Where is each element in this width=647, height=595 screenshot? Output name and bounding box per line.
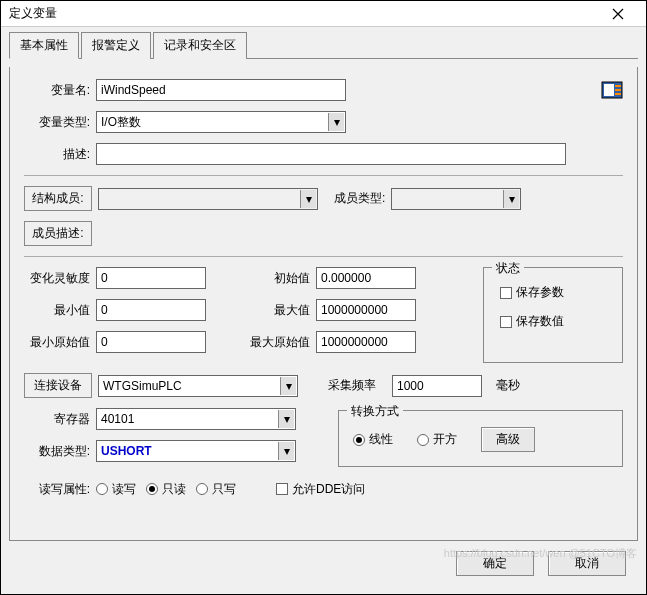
label-minraw: 最小原始值 <box>24 334 96 351</box>
check-saveparam-label: 保存参数 <box>516 284 564 301</box>
label-maxraw: 最大原始值 <box>236 334 316 351</box>
group-convmethod-title: 转换方式 <box>347 403 403 420</box>
svg-rect-2 <box>615 85 621 87</box>
label-conndevice[interactable]: 连接设备 <box>24 373 92 398</box>
btn-advanced[interactable]: 高级 <box>481 427 535 452</box>
radio-icon <box>146 483 158 495</box>
group-status-title: 状态 <box>492 260 524 277</box>
label-samplerate: 采集频率 <box>328 377 382 394</box>
combo-conndevice-value: WTGSimuPLC <box>103 379 182 393</box>
label-memberdesc: 成员描述: <box>24 221 92 246</box>
combo-membertype[interactable]: ▾ <box>391 188 521 210</box>
input-desc[interactable] <box>96 143 566 165</box>
label-structmember: 结构成员: <box>24 186 92 211</box>
radio-icon <box>96 483 108 495</box>
tab-panel-basic: 变量名: 变量类型: I/O整数 ▾ 描述: 结构成员: <box>9 67 638 541</box>
close-icon <box>612 8 624 20</box>
input-sensitivity[interactable] <box>96 267 206 289</box>
radio-wo-label: 只写 <box>212 481 236 498</box>
label-desc: 描述: <box>24 146 96 163</box>
label-varname: 变量名: <box>24 82 96 99</box>
chevron-down-icon: ▾ <box>278 442 294 460</box>
window-title: 定义变量 <box>9 5 598 22</box>
radio-rw[interactable]: 读写 <box>96 481 136 498</box>
combo-datatype[interactable]: USHORT ▾ <box>96 440 296 462</box>
label-rwattr: 读写属性: <box>24 481 96 498</box>
radio-icon <box>196 483 208 495</box>
radio-ro[interactable]: 只读 <box>146 481 186 498</box>
checkbox-icon <box>276 483 288 495</box>
group-convmethod: 转换方式 线性 开方 高级 <box>338 410 623 467</box>
input-minval[interactable] <box>96 299 206 321</box>
tab-basic[interactable]: 基本属性 <box>9 32 79 59</box>
radio-icon <box>417 434 429 446</box>
combo-vartype-value: I/O整数 <box>101 114 141 131</box>
group-status: 状态 保存参数 保存数值 <box>483 267 623 363</box>
label-maxval: 最大值 <box>236 302 316 319</box>
label-ms: 毫秒 <box>496 377 520 394</box>
label-initval: 初始值 <box>236 270 316 287</box>
input-minraw[interactable] <box>96 331 206 353</box>
input-initval[interactable] <box>316 267 416 289</box>
chevron-down-icon: ▾ <box>328 113 344 131</box>
dialog-window: 定义变量 基本属性 报警定义 记录和安全区 变量名: 变量类型: I/O整 <box>0 0 647 595</box>
titlebar: 定义变量 <box>1 1 646 27</box>
radio-rw-label: 读写 <box>112 481 136 498</box>
label-datatype: 数据类型: <box>24 443 96 460</box>
chevron-down-icon: ▾ <box>300 190 316 208</box>
radio-icon <box>353 434 365 446</box>
tab-alarm[interactable]: 报警定义 <box>81 32 151 59</box>
checkbox-icon <box>500 287 512 299</box>
radio-sqrt[interactable]: 开方 <box>417 431 457 448</box>
properties-icon[interactable] <box>601 81 623 99</box>
ok-button[interactable]: 确定 <box>456 551 534 576</box>
combo-datatype-value: USHORT <box>101 444 152 458</box>
radio-linear-label: 线性 <box>369 431 393 448</box>
content-area: 基本属性 报警定义 记录和安全区 变量名: 变量类型: I/O整数 ▾ <box>1 27 646 594</box>
input-varname[interactable] <box>96 79 346 101</box>
label-membertype: 成员类型: <box>334 190 391 207</box>
label-vartype: 变量类型: <box>24 114 96 131</box>
dialog-buttons: 确定 取消 <box>9 541 638 586</box>
checkbox-icon <box>500 316 512 328</box>
svg-rect-3 <box>615 89 621 91</box>
check-saveparam[interactable]: 保存参数 <box>500 284 564 301</box>
combo-structmember[interactable]: ▾ <box>98 188 318 210</box>
radio-ro-label: 只读 <box>162 481 186 498</box>
check-savevalue-label: 保存数值 <box>516 313 564 330</box>
check-allowdde-label: 允许DDE访问 <box>292 481 365 498</box>
chevron-down-icon: ▾ <box>278 410 294 428</box>
input-maxval[interactable] <box>316 299 416 321</box>
label-minval: 最小值 <box>24 302 96 319</box>
combo-register[interactable]: 40101 ▾ <box>96 408 296 430</box>
label-register: 寄存器 <box>24 411 96 428</box>
combo-conndevice[interactable]: WTGSimuPLC ▾ <box>98 375 298 397</box>
check-savevalue[interactable]: 保存数值 <box>500 313 564 330</box>
chevron-down-icon: ▾ <box>503 190 519 208</box>
close-button[interactable] <box>598 2 638 26</box>
cancel-button[interactable]: 取消 <box>548 551 626 576</box>
label-sensitivity: 变化灵敏度 <box>24 270 96 287</box>
radio-wo[interactable]: 只写 <box>196 481 236 498</box>
input-maxraw[interactable] <box>316 331 416 353</box>
combo-register-value: 40101 <box>101 412 134 426</box>
radio-sqrt-label: 开方 <box>433 431 457 448</box>
radio-linear[interactable]: 线性 <box>353 431 393 448</box>
svg-rect-1 <box>604 84 614 96</box>
combo-vartype[interactable]: I/O整数 ▾ <box>96 111 346 133</box>
tab-record[interactable]: 记录和安全区 <box>153 32 247 59</box>
check-allowdde[interactable]: 允许DDE访问 <box>276 481 365 498</box>
svg-rect-4 <box>615 93 621 95</box>
tab-strip: 基本属性 报警定义 记录和安全区 <box>9 31 638 59</box>
chevron-down-icon: ▾ <box>280 377 296 395</box>
input-samplerate[interactable] <box>392 375 482 397</box>
